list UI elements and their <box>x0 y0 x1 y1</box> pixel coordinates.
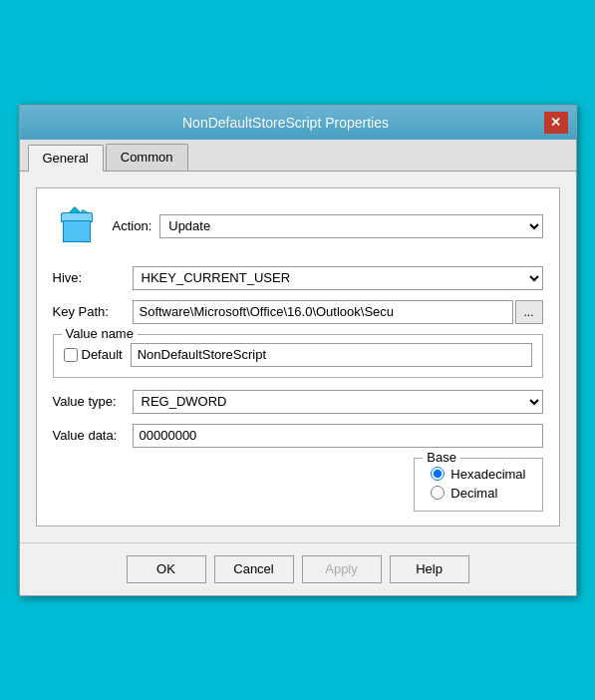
value-name-group-label: Value name <box>62 326 138 341</box>
registry-icon <box>59 208 95 244</box>
default-checkbox[interactable] <box>64 348 78 362</box>
value-type-row: Value type: REG_DWORD REG_SZ REG_EXPAND_… <box>53 390 543 414</box>
value-name-input[interactable] <box>131 343 532 367</box>
decimal-radio[interactable] <box>431 486 445 500</box>
value-name-row: Default <box>64 343 532 367</box>
registry-icon-area <box>53 202 101 250</box>
value-type-label: Value type: <box>53 394 133 409</box>
browse-button[interactable]: ... <box>515 300 543 324</box>
icon-base <box>63 220 91 242</box>
default-checkbox-wrapper: Default <box>64 347 123 362</box>
base-group-label: Base <box>423 450 460 465</box>
base-section: Base Hexadecimal Decimal <box>53 458 543 512</box>
hive-select-wrapper: HKEY_CURRENT_USER HKEY_LOCAL_MACHINE HKE… <box>133 266 543 290</box>
value-type-select-wrapper: REG_DWORD REG_SZ REG_EXPAND_SZ REG_BINAR… <box>133 390 543 414</box>
tab-general[interactable]: General <box>28 145 104 172</box>
hive-row: Hive: HKEY_CURRENT_USER HKEY_LOCAL_MACHI… <box>53 266 543 290</box>
tabs-bar: General Common <box>20 140 576 172</box>
value-data-input[interactable] <box>133 424 543 448</box>
value-type-select[interactable]: REG_DWORD REG_SZ REG_EXPAND_SZ REG_BINAR… <box>133 390 543 414</box>
action-label: Action: <box>113 218 152 233</box>
window-title: NonDefaultStoreScript Properties <box>28 115 544 131</box>
key-path-row: Key Path: ... <box>53 300 543 324</box>
hive-select[interactable]: HKEY_CURRENT_USER HKEY_LOCAL_MACHINE HKE… <box>133 266 543 290</box>
apply-button[interactable]: Apply <box>302 555 382 583</box>
help-button[interactable]: Help <box>390 555 469 583</box>
decimal-label: Decimal <box>450 486 497 501</box>
action-row: Action: Update Create Delete Replace <box>53 202 543 250</box>
close-button[interactable]: ✕ <box>544 112 568 134</box>
bottom-buttons-bar: OK Cancel Apply Help <box>20 542 576 595</box>
base-group: Base Hexadecimal Decimal <box>414 458 542 512</box>
properties-panel: Action: Update Create Delete Replace Hiv… <box>36 187 560 526</box>
value-data-label: Value data: <box>53 428 133 443</box>
title-bar: NonDefaultStoreScript Properties ✕ <box>20 106 576 140</box>
main-window: NonDefaultStoreScript Properties ✕ Gener… <box>19 105 577 596</box>
value-data-row: Value data: <box>53 424 543 448</box>
hexadecimal-row: Hexadecimal <box>431 467 525 482</box>
action-select[interactable]: Update Create Delete Replace <box>159 214 542 238</box>
key-path-label: Key Path: <box>53 304 133 319</box>
tab-common[interactable]: Common <box>106 144 188 171</box>
value-name-group: Value name Default <box>53 334 543 378</box>
cancel-button[interactable]: Cancel <box>214 555 294 583</box>
ok-button[interactable]: OK <box>127 555 206 583</box>
decimal-row: Decimal <box>431 486 525 501</box>
tab-content-general: Action: Update Create Delete Replace Hiv… <box>20 172 576 542</box>
key-path-input[interactable] <box>133 300 513 324</box>
hexadecimal-label: Hexadecimal <box>450 467 525 482</box>
default-label: Default <box>82 347 123 362</box>
hive-label: Hive: <box>53 270 133 285</box>
action-select-wrapper: Update Create Delete Replace <box>159 214 542 238</box>
hexadecimal-radio[interactable] <box>431 467 445 481</box>
